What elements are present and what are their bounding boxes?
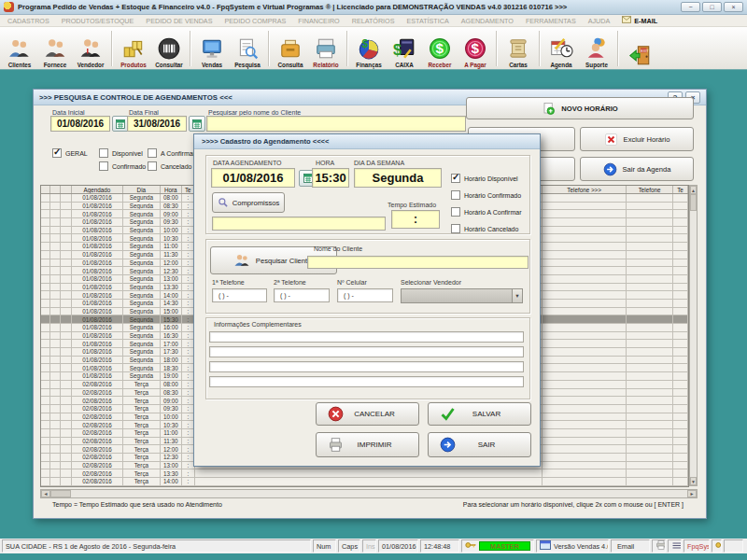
tempo-estimado-field[interactable]: : [391,210,440,229]
toolbar-drawer-button[interactable]: Consulta [273,29,308,68]
checkbox-box[interactable] [451,190,460,200]
table-cell [673,421,688,428]
toolbar-pie-button[interactable]: $Finanças [351,29,387,68]
cancelar-button[interactable]: CANCELAR [316,402,419,426]
toolbar-calendar-clock-button[interactable]: Agenda [543,29,579,68]
scroll-up-icon[interactable]: ▲ [690,186,697,194]
imprimir-button[interactable]: IMPRIMIR [316,432,419,457]
checkbox-hor-rio-dispon-vel[interactable]: Horário Disponível [451,174,521,183]
data-final-field[interactable]: 31/08/2016 [127,116,187,132]
menu-ferramentas[interactable]: FERRAMENTAS [526,17,576,25]
toolbar-report-button[interactable]: Relatório [308,29,344,68]
checkbox-confirmado[interactable]: Confirmado [99,161,146,171]
table-header-blank[interactable] [41,186,50,193]
checkbox-box[interactable] [148,161,157,171]
salvar-button[interactable]: SALVAR [428,402,531,426]
toolbar-products-button[interactable]: Produtos [116,29,151,68]
toolbar-barcode-button[interactable]: Consultar [151,29,187,68]
scroll-thumb[interactable] [690,194,697,211]
checkbox-box[interactable] [451,224,460,233]
toolbar-scroll-button[interactable]: Cartas [500,29,536,68]
menu-financeiro[interactable]: FINANCEIRO [298,17,339,25]
compromissos-button[interactable]: Compromissos [212,192,285,213]
menu-relat-rios[interactable]: RELATÓRIOS [352,17,395,25]
toolbar-dollar-green-button[interactable]: $Receber [422,29,458,68]
toolbar-dollar-red-button[interactable]: $A Pagar [458,29,493,68]
tel1-input[interactable]: ( ) - [212,288,267,302]
info-input-1[interactable] [209,331,524,343]
checkbox-hor-rio-cancelado[interactable]: Horário Cancelado [451,224,521,233]
menu-cadastros[interactable]: CADASTROS [7,17,49,25]
excluir-horario-button[interactable]: Excluir Horário [580,127,694,151]
horizontal-scrollbar[interactable]: ◄ ► [40,489,698,498]
toolbar-support-button[interactable]: Suporte [579,29,614,68]
celular-input[interactable]: ( ) - [337,288,393,302]
scroll-thumb[interactable] [50,490,71,497]
scroll-left-icon[interactable]: ◄ [41,490,50,497]
data-final-calendar-button[interactable] [189,116,205,132]
sair-button[interactable]: SAIR [428,432,531,457]
sair-agenda-button[interactable]: Sair da Agenda [580,157,694,181]
novo-horario-button[interactable]: NOVO HORÁRIO [466,97,694,119]
info-input-2[interactable] [209,346,524,357]
checkbox-box[interactable] [99,148,108,158]
menu-agendamento[interactable]: AGENDAMENTO [461,17,514,25]
table-header-telefone[interactable]: Telefone >>> [543,186,627,193]
toolbar-cashbook-button[interactable]: $CAIXA [387,29,422,68]
data-inicial-field[interactable]: 01/08/2016 [50,116,110,132]
scroll-down-icon[interactable]: ▼ [690,477,697,485]
tel2-input[interactable]: ( ) - [274,288,330,302]
nome-cliente-input[interactable] [307,256,529,269]
table-header-hora[interactable]: Hora [161,186,182,193]
toolbar-monitor-button[interactable]: Vendas [194,29,230,68]
menu-ajuda[interactable]: AJUDA [588,17,611,25]
compromisso-input[interactable] [212,217,386,231]
toolbar-exit-door-button[interactable]: EXIT [622,29,657,68]
hora-field[interactable]: 15:30 [312,168,349,188]
checkbox-a-confirmar[interactable]: A Confirmar [148,148,195,158]
checkbox-box[interactable] [52,148,62,158]
minimize-button[interactable]: − [681,2,700,12]
table-cell [673,308,688,315]
checkbox-geral[interactable]: GERAL [52,148,88,158]
toolbar-suppliers-button[interactable]: Fornece [37,29,73,68]
table-cell: 14:30 [161,300,182,307]
checkbox-box[interactable] [451,207,460,217]
table-header-blank[interactable] [61,186,72,193]
data-agendamento-field[interactable]: 01/08/2016 [211,168,295,188]
table-header-telefone[interactable]: Telefone [627,186,673,193]
scroll-right-icon[interactable]: ► [687,490,697,497]
close-button[interactable]: × [724,2,743,12]
info-input-4[interactable] [209,376,524,387]
checkbox-label: GERAL [65,150,88,157]
search-client-input[interactable] [206,116,466,132]
checkbox-box[interactable] [451,174,460,183]
vendedor-dropdown[interactable]: ▼ [401,288,523,303]
toolbar-clients-button[interactable]: Clientes [2,29,37,68]
table-header-te[interactable]: Te [673,186,688,193]
menu-e-mail[interactable]: E-MAIL [622,16,657,25]
toolbar-sellers-button[interactable]: Vendedor [73,29,108,68]
checkbox-hor-rio-confirmado[interactable]: Horário Confirmado [451,190,521,200]
toolbar-doc-search-button[interactable]: Pesquisa [230,29,265,68]
menu-pedido-compras[interactable]: PEDIDO COMPRAS [224,17,286,25]
info-input-3[interactable] [209,361,524,372]
table-cell: 10:30 [161,421,182,428]
dia-semana-field[interactable]: Segunda [354,168,442,188]
table-header-dia[interactable]: Dia [123,186,161,193]
menu-estat-stica[interactable]: ESTATÍSTICA [406,17,448,25]
menu-produtos-estoque[interactable]: PRODUTOS/ESTOQUE [62,17,134,25]
table-header-agendado[interactable]: Agendado [72,186,123,193]
table-row[interactable]: 02/08/2016Terça14:00: [41,478,688,486]
chevron-down-icon[interactable]: ▼ [512,289,522,302]
vertical-scrollbar[interactable]: ▲ ▼ [689,185,698,486]
checkbox-dispon-vel[interactable]: Disponível [99,148,143,158]
checkbox-cancelado[interactable]: Cancelado [148,161,191,171]
checkbox-box[interactable] [99,161,108,171]
table-row[interactable]: 02/08/2016Terça13:30: [41,469,688,478]
menu-pedido-de-vendas[interactable]: PEDIDO DE VENDAS [146,17,212,25]
checkbox-hor-rio-a-confirmar[interactable]: Horário A Confirmar [451,207,521,217]
checkbox-box[interactable] [148,148,157,158]
maximize-button[interactable]: □ [702,2,722,12]
table-header-blank[interactable] [50,186,61,193]
